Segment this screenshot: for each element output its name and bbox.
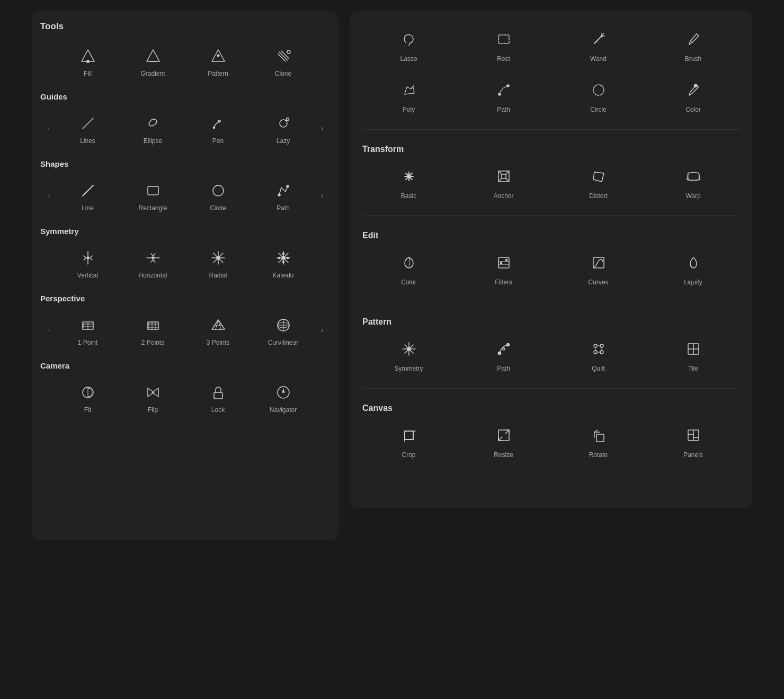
lasso-label: Lasso — [400, 55, 417, 62]
poly-icon — [397, 78, 421, 102]
tool-curves[interactable]: Curves — [552, 245, 645, 291]
divider-edit — [362, 216, 740, 216]
tool-liquify[interactable]: Liquify — [647, 245, 740, 291]
ellipse-icon — [142, 113, 164, 134]
shapes-next-arrow[interactable]: › — [316, 180, 328, 211]
lines-label: Lines — [80, 137, 95, 145]
ellipse-label: Ellipse — [144, 137, 162, 145]
tool-3points[interactable]: 3 Points — [189, 309, 247, 351]
quilt-icon — [587, 337, 610, 361]
flip-label: Flip — [148, 406, 158, 414]
tool-wand[interactable]: Wand — [552, 21, 645, 68]
tool-ppath[interactable]: Path — [457, 331, 550, 378]
edit-title: Edit — [362, 231, 740, 240]
tool-rcircle[interactable]: Circle — [552, 72, 645, 119]
tool-resize[interactable]: Resize — [457, 417, 550, 464]
tool-rcolor[interactable]: Color — [647, 72, 740, 119]
svg-line-13 — [83, 185, 93, 196]
divider-pattern — [362, 302, 740, 302]
svg-line-68 — [690, 41, 692, 42]
tool-crop[interactable]: Crop — [362, 417, 455, 464]
tool-basic[interactable]: Basic — [362, 158, 455, 205]
perspective-next-arrow[interactable]: › — [316, 314, 328, 346]
fill-tools-items: Fill Gradient Pattern Clon — [55, 40, 316, 82]
tool-lines[interactable]: Lines — [59, 107, 117, 149]
perspective-prev-arrow[interactable]: ‹ — [42, 314, 55, 346]
svg-point-31 — [282, 256, 285, 259]
tool-vertical[interactable]: Vertical — [59, 242, 117, 283]
tool-pattern[interactable]: Pattern — [189, 40, 247, 82]
tool-horizontal[interactable]: Horizontal — [124, 242, 182, 283]
tool-curvilinear[interactable]: Curvilinear — [254, 309, 313, 351]
guides-next-arrow[interactable]: › — [316, 112, 328, 144]
svg-marker-61 — [282, 388, 285, 393]
tool-filters[interactable]: Filters — [457, 245, 550, 291]
curvilinear-label: Curvilinear — [268, 339, 298, 346]
tool-circle-shapes[interactable]: Circle — [189, 175, 247, 216]
resize-label: Resize — [494, 451, 513, 459]
radial-label: Radial — [209, 272, 227, 279]
tool-kaleido[interactable]: Kaleido — [254, 242, 313, 283]
tool-ecolor[interactable]: Color — [362, 245, 455, 291]
tool-psymmetry[interactable]: Symmetry — [362, 331, 455, 378]
pen-icon — [208, 113, 229, 134]
tool-2points[interactable]: 2 Points — [124, 309, 182, 351]
panels-label: Panels — [683, 451, 703, 459]
resize-icon — [492, 424, 515, 447]
tool-clone[interactable]: Clone — [254, 40, 313, 82]
tool-tile[interactable]: Tile — [647, 331, 740, 378]
tool-flip[interactable]: Flip — [124, 377, 182, 418]
tool-lazy[interactable]: Lazy — [254, 107, 313, 149]
shapes-items: Line Rectangle Circle Path — [55, 175, 316, 216]
svg-point-97 — [600, 351, 603, 354]
tool-gradient[interactable]: Gradient — [124, 40, 182, 82]
svg-point-21 — [152, 257, 154, 259]
tool-ellipse[interactable]: Ellipse — [124, 107, 182, 149]
tool-radial[interactable]: Radial — [189, 242, 247, 283]
tool-rect[interactable]: Rect — [457, 21, 550, 68]
tool-rpath[interactable]: Path — [457, 72, 550, 119]
divider-transform — [362, 129, 740, 130]
lock-label: Lock — [211, 406, 225, 414]
lazy-icon — [273, 113, 294, 134]
rcircle-icon — [587, 78, 610, 102]
rect-icon — [492, 28, 515, 51]
tool-warp[interactable]: Warp — [647, 158, 740, 205]
svg-point-33 — [282, 262, 284, 263]
svg-point-71 — [593, 85, 604, 95]
svg-line-110 — [498, 437, 502, 441]
1point-icon — [77, 315, 99, 336]
tool-path-shapes[interactable]: Path — [254, 175, 313, 216]
tool-rectangle[interactable]: Rectangle — [124, 175, 182, 216]
svg-rect-62 — [498, 35, 509, 43]
camera-items: Fit Flip Lock — [55, 377, 316, 418]
crop-label: Crop — [402, 451, 415, 459]
tool-brush[interactable]: Brush — [647, 21, 740, 68]
curvilinear-icon — [273, 315, 294, 336]
tool-lock[interactable]: Lock — [189, 377, 247, 418]
tool-navigator[interactable]: Navigator — [254, 377, 313, 418]
tool-anchor[interactable]: Anchor — [457, 158, 550, 205]
tool-poly[interactable]: Poly — [362, 72, 455, 119]
tool-pen[interactable]: Pen — [189, 107, 247, 149]
svg-point-91 — [498, 352, 501, 355]
tool-rotate[interactable]: Rotate — [552, 417, 645, 464]
shapes-prev-arrow[interactable]: ‹ — [42, 180, 55, 211]
tool-panels[interactable]: Panels — [647, 417, 740, 464]
tool-fit[interactable]: Fit — [59, 377, 117, 418]
tool-1point[interactable]: 1 Point — [59, 309, 117, 351]
tool-fill[interactable]: Fill — [59, 40, 117, 82]
guides-section-title: Guides — [40, 92, 331, 101]
guides-prev-arrow[interactable]: ‹ — [42, 112, 55, 144]
tool-quilt[interactable]: Quilt — [552, 331, 645, 378]
svg-marker-2 — [147, 50, 159, 61]
tool-distort[interactable]: Distort — [552, 158, 645, 205]
pattern-title: Pattern — [362, 317, 740, 327]
filters-icon — [492, 251, 515, 274]
tool-line[interactable]: Line — [59, 175, 117, 216]
navigator-icon — [273, 382, 294, 403]
tool-lasso[interactable]: Lasso — [362, 21, 455, 68]
lock-icon — [208, 382, 229, 403]
svg-point-15 — [213, 185, 224, 196]
horizontal-icon — [142, 247, 164, 268]
